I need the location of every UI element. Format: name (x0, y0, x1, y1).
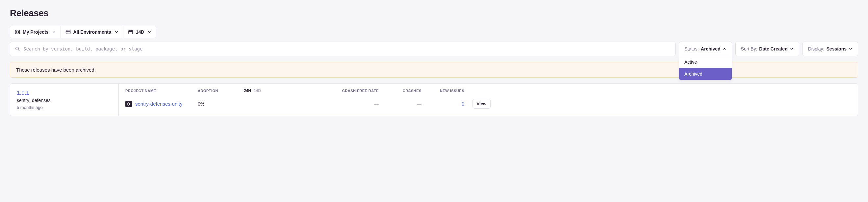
th-new-issues: NEW ISSUES (422, 89, 464, 93)
window-icon (65, 29, 71, 35)
svg-point-12 (128, 104, 129, 104)
sort-button[interactable]: Sort By: Date Created (735, 42, 799, 56)
chevron-down-icon (848, 47, 852, 51)
status-button[interactable]: Status: Archived (679, 42, 732, 56)
chevron-up-icon (722, 47, 726, 51)
project-name-link[interactable]: sentry-defenses-unity (135, 101, 182, 107)
new-issues-value[interactable]: 0 (422, 101, 464, 107)
period-toggle: 24H 14D (244, 89, 319, 93)
filter-group: My Projects All Environments 14D (10, 26, 156, 38)
sort-dropdown: Sort By: Date Created (735, 42, 799, 56)
table-header: PROJECT NAME ADOPTION 24H 14D CRASH FREE… (119, 84, 858, 96)
projects-filter-label: My Projects (23, 29, 49, 35)
environments-filter-label: All Environments (73, 29, 111, 35)
release-panel: 1.0.1 sentry_defenses 5 months ago PROJE… (10, 83, 858, 116)
status-label: Status: (684, 46, 699, 51)
release-summary: 1.0.1 sentry_defenses 5 months ago (10, 84, 119, 116)
svg-line-10 (19, 50, 20, 51)
display-dropdown: Display: Sessions (803, 42, 858, 56)
chevron-down-icon (147, 30, 151, 34)
sort-value: Date Created (759, 46, 787, 51)
th-adoption: ADOPTION (198, 89, 244, 93)
svg-rect-5 (129, 30, 133, 34)
release-age: 5 months ago (17, 105, 112, 110)
th-crash-free: CRASH FREE RATE (319, 89, 379, 93)
period-filter-label: 14D (136, 29, 145, 35)
project-avatar-icon (125, 101, 132, 107)
svg-point-4 (67, 31, 67, 31)
status-dropdown: Status: Archived Active Archived (679, 42, 732, 56)
display-button[interactable]: Display: Sessions (803, 42, 858, 56)
release-version[interactable]: 1.0.1 (17, 90, 112, 96)
period-14d[interactable]: 14D (254, 89, 261, 93)
status-value: Archived (701, 46, 721, 51)
display-label: Display: (808, 46, 825, 51)
status-option-active[interactable]: Active (679, 56, 732, 68)
release-project-tag: sentry_defenses (17, 98, 112, 103)
th-project-name: PROJECT NAME (125, 89, 198, 93)
release-table: PROJECT NAME ADOPTION 24H 14D CRASH FREE… (119, 84, 858, 116)
sort-label: Sort By: (741, 46, 757, 51)
status-menu: Active Archived (679, 56, 732, 80)
calendar-icon (128, 29, 133, 35)
chevron-down-icon (790, 47, 794, 51)
display-value: Sessions (827, 46, 847, 51)
filter-bar: My Projects All Environments 14D (10, 26, 858, 38)
search-input[interactable] (23, 46, 671, 51)
page-title: Releases (10, 8, 858, 19)
search-box[interactable] (10, 42, 676, 56)
th-crashes: CRASHES (379, 89, 422, 93)
table-row: sentry-defenses-unity 0% — — 0 View (119, 96, 858, 108)
adoption-value: 0% (198, 101, 244, 107)
environments-filter[interactable]: All Environments (61, 26, 123, 38)
project-cell: sentry-defenses-unity (125, 101, 198, 107)
status-option-archived[interactable]: Archived (679, 68, 732, 80)
svg-point-3 (66, 31, 67, 31)
period-24h[interactable]: 24H (244, 89, 251, 93)
chevron-down-icon (52, 30, 56, 34)
crashes-value: — (379, 101, 422, 107)
project-icon (15, 29, 20, 35)
projects-filter[interactable]: My Projects (10, 26, 61, 38)
period-filter[interactable]: 14D (123, 26, 156, 38)
crash-free-value: — (319, 101, 379, 107)
search-icon (15, 46, 20, 51)
search-row: Status: Archived Active Archived Sort By… (10, 42, 858, 56)
view-button[interactable]: View (472, 99, 491, 108)
chevron-down-icon (115, 30, 119, 34)
